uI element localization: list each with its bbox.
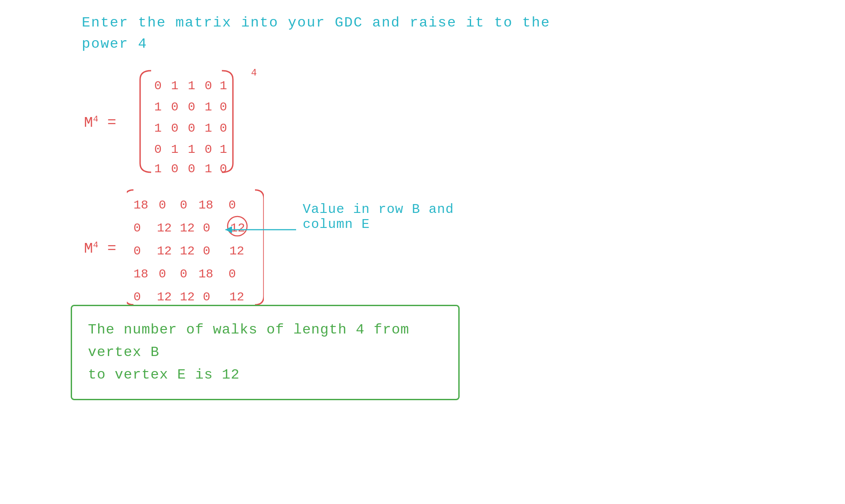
matrix1-equation: M4 = 0 1 1 0 1 1 0 0 1 0: [84, 64, 246, 181]
svg-text:1: 1: [220, 79, 227, 93]
svg-text:12: 12: [229, 290, 244, 304]
svg-marker-52: [225, 226, 232, 233]
result-line1: The number of walks of length 4 from ver…: [88, 318, 442, 364]
svg-text:0: 0: [133, 221, 141, 235]
svg-text:1: 1: [154, 121, 162, 135]
svg-text:1: 1: [220, 143, 227, 156]
result-box: The number of walks of length 4 from ver…: [71, 305, 460, 400]
annotation-line1: Value in row B and: [303, 202, 454, 217]
instruction: Enter the matrix into your GDC and raise…: [82, 12, 550, 55]
annotation-arrow: [225, 216, 314, 243]
svg-text:0: 0: [203, 290, 210, 304]
svg-text:12: 12: [180, 290, 195, 304]
svg-text:18: 18: [133, 198, 148, 212]
svg-text:0: 0: [171, 121, 179, 135]
matrix2-wrapper: 18 0 0 18 0 0 12 12 0 12 0 12 12 0: [127, 183, 264, 314]
svg-text:0: 0: [154, 79, 162, 93]
svg-text:0: 0: [180, 198, 187, 212]
svg-text:1: 1: [171, 143, 179, 156]
svg-text:0: 0: [220, 162, 227, 176]
svg-text:0: 0: [171, 100, 179, 114]
svg-text:12: 12: [229, 244, 244, 258]
matrix1-exponent: 4: [251, 68, 257, 79]
svg-text:0: 0: [220, 121, 227, 135]
svg-text:0: 0: [228, 267, 236, 281]
page-container: Enter the matrix into your GDC and raise…: [0, 0, 845, 504]
svg-text:0: 0: [171, 162, 179, 176]
svg-text:0: 0: [180, 267, 187, 281]
svg-text:0: 0: [228, 198, 236, 212]
matrix2-brackets: 18 0 0 18 0 0 12 12 0 12 0 12 12 0: [127, 183, 264, 311]
svg-text:12: 12: [180, 244, 195, 258]
svg-text:1: 1: [205, 162, 212, 176]
svg-text:0: 0: [203, 244, 210, 258]
svg-text:18: 18: [198, 267, 213, 281]
svg-text:12: 12: [180, 221, 195, 235]
matrix1-wrapper: 0 1 1 0 1 1 0 0 1 0 1 0 0 1 0: [127, 64, 246, 181]
svg-text:0: 0: [159, 198, 166, 212]
svg-text:0: 0: [133, 290, 141, 304]
svg-text:12: 12: [157, 244, 172, 258]
annotation-line2: column E: [303, 217, 454, 232]
svg-text:18: 18: [198, 198, 213, 212]
svg-text:0: 0: [220, 100, 227, 114]
svg-text:12: 12: [157, 221, 172, 235]
svg-text:0: 0: [205, 143, 212, 156]
matrix2-label: M4 =: [84, 240, 116, 257]
svg-text:0: 0: [154, 143, 162, 156]
matrix1-brackets: 0 1 1 0 1 1 0 0 1 0 1 0 0 1 0: [127, 64, 246, 179]
svg-text:0: 0: [205, 79, 212, 93]
svg-text:0: 0: [188, 100, 195, 114]
svg-text:0: 0: [188, 121, 195, 135]
annotation-text: Value in row B and column E: [303, 202, 454, 232]
svg-text:1: 1: [205, 121, 212, 135]
svg-text:1: 1: [205, 100, 212, 114]
instruction-line1: Enter the matrix into your GDC and raise…: [82, 12, 550, 34]
svg-text:0: 0: [159, 267, 166, 281]
svg-text:1: 1: [188, 143, 195, 156]
svg-text:1: 1: [154, 162, 162, 176]
svg-text:12: 12: [157, 290, 172, 304]
svg-text:0: 0: [203, 221, 210, 235]
matrix1-label: M4 =: [84, 114, 116, 131]
instruction-line2: power 4: [82, 34, 550, 55]
matrix2-equation: M4 = 18 0 0 18 0 0 12 12 0: [84, 183, 264, 314]
svg-text:18: 18: [133, 267, 148, 281]
svg-text:1: 1: [154, 100, 162, 114]
result-line2: to vertex E is 12: [88, 364, 442, 386]
svg-text:1: 1: [188, 79, 195, 93]
svg-text:1: 1: [171, 79, 179, 93]
svg-text:0: 0: [188, 162, 195, 176]
svg-text:0: 0: [133, 244, 141, 258]
